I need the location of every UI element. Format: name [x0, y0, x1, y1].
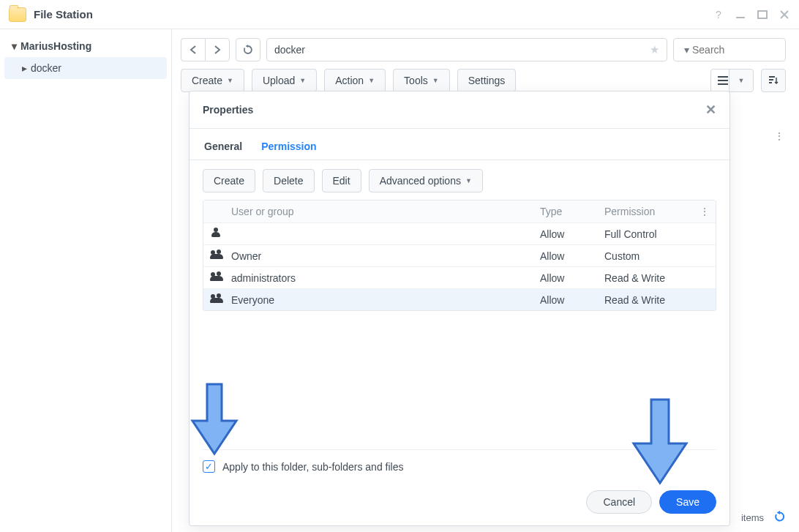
apply-recursively-row[interactable]: ✓ Apply to this folder, sub-folders and …	[203, 449, 716, 480]
svg-rect-4	[718, 76, 728, 78]
close-dialog-button[interactable]: ✕	[705, 102, 716, 118]
tab-general[interactable]: General	[203, 136, 244, 160]
tree-root-label: MariusHosting	[20, 40, 91, 52]
svg-rect-9	[769, 82, 772, 83]
col-permission: Permission	[604, 206, 699, 217]
table-row[interactable]: administrators Allow Read & Write	[203, 266, 716, 288]
group-icon	[211, 250, 224, 260]
table-row[interactable]: Everyone Allow Read & Write	[203, 288, 716, 310]
svg-rect-6	[718, 83, 728, 85]
close-icon[interactable]	[779, 9, 790, 20]
dialog-title: Properties	[203, 104, 253, 116]
nav-back-button[interactable]	[181, 38, 206, 61]
chevron-down-icon: ▼	[368, 77, 375, 84]
user-icon	[211, 228, 221, 238]
perm-edit-button[interactable]: Edit	[322, 169, 361, 192]
chevron-down-icon: ▾	[684, 44, 689, 56]
table-row[interactable]: Owner Allow Custom	[203, 244, 716, 266]
chevron-right-icon: ▸	[20, 62, 28, 74]
help-icon[interactable]: ?	[713, 9, 724, 20]
sort-button[interactable]	[761, 69, 786, 92]
group-icon	[211, 271, 224, 282]
properties-dialog: Properties ✕ General Permission Create D…	[189, 91, 730, 526]
item-count-label: items	[741, 512, 764, 523]
settings-button[interactable]: Settings	[457, 69, 517, 92]
chevron-down-icon: ▼	[227, 77, 233, 84]
kebab-icon[interactable]: ⋮	[699, 206, 708, 217]
favorite-icon[interactable]: ★	[650, 43, 659, 56]
svg-rect-5	[718, 80, 728, 81]
app-icon	[9, 7, 26, 22]
col-type: Type	[540, 206, 604, 217]
perm-create-button[interactable]: Create	[203, 169, 255, 192]
path-input[interactable]: docker ★	[266, 38, 667, 61]
refresh-button[interactable]	[236, 38, 260, 61]
path-text: docker	[274, 44, 305, 56]
svg-rect-7	[769, 76, 775, 78]
col-user: User or group	[231, 206, 540, 217]
tree-root[interactable]: ▾ MariusHosting	[4, 35, 167, 57]
maximize-icon[interactable]	[757, 9, 768, 20]
upload-button[interactable]: Upload▼	[252, 69, 317, 92]
table-row[interactable]: Allow Full Control	[203, 222, 716, 244]
cancel-button[interactable]: Cancel	[586, 490, 652, 514]
group-icon	[211, 293, 224, 304]
search-input[interactable]	[692, 44, 799, 56]
search-box[interactable]: ▾	[673, 38, 786, 61]
table-header: User or group Type Permission ⋮	[203, 201, 716, 222]
create-button[interactable]: Create▼	[181, 69, 244, 92]
column-options-icon[interactable]: ⋮	[773, 130, 786, 142]
tools-button[interactable]: Tools▼	[393, 69, 450, 92]
permission-table: User or group Type Permission ⋮ Allow Fu…	[203, 200, 716, 311]
chevron-down-icon: ▼	[432, 77, 439, 84]
perm-delete-button[interactable]: Delete	[263, 169, 314, 192]
apply-label: Apply to this folder, sub-folders and fi…	[222, 461, 403, 473]
view-dropdown-button[interactable]: ▼	[729, 69, 754, 92]
chevron-down-icon: ▼	[465, 177, 472, 184]
tree-item-label: docker	[31, 62, 61, 74]
svg-rect-1	[758, 11, 767, 18]
minimize-icon[interactable]	[735, 9, 746, 20]
checkbox-checked-icon[interactable]: ✓	[203, 460, 215, 473]
chevron-down-icon: ▼	[299, 77, 306, 84]
svg-rect-0	[736, 17, 745, 18]
action-button[interactable]: Action▼	[324, 69, 386, 92]
window-title: File Station	[34, 8, 93, 20]
folder-tree: ▾ MariusHosting ▸ docker	[0, 29, 172, 532]
tab-permission[interactable]: Permission	[260, 136, 318, 160]
nav-forward-button[interactable]	[205, 38, 230, 61]
perm-advanced-button[interactable]: Advanced options▼	[369, 169, 483, 192]
svg-rect-8	[769, 79, 773, 80]
window-titlebar: File Station ?	[0, 0, 799, 29]
reload-icon[interactable]	[774, 511, 786, 525]
save-button[interactable]: Save	[659, 490, 716, 514]
tree-item-docker[interactable]: ▸ docker	[4, 57, 167, 79]
chevron-down-icon: ▾	[10, 40, 18, 52]
status-bar: items	[741, 511, 786, 525]
